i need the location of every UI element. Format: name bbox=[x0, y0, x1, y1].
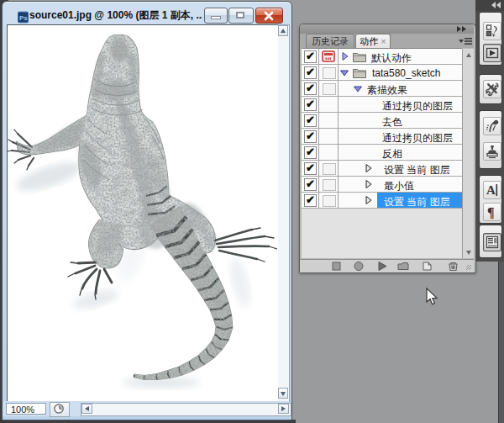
svg-text:A: A bbox=[486, 183, 496, 197]
svg-text:Ps: Ps bbox=[19, 14, 28, 22]
svg-text:¶: ¶ bbox=[487, 205, 495, 219]
